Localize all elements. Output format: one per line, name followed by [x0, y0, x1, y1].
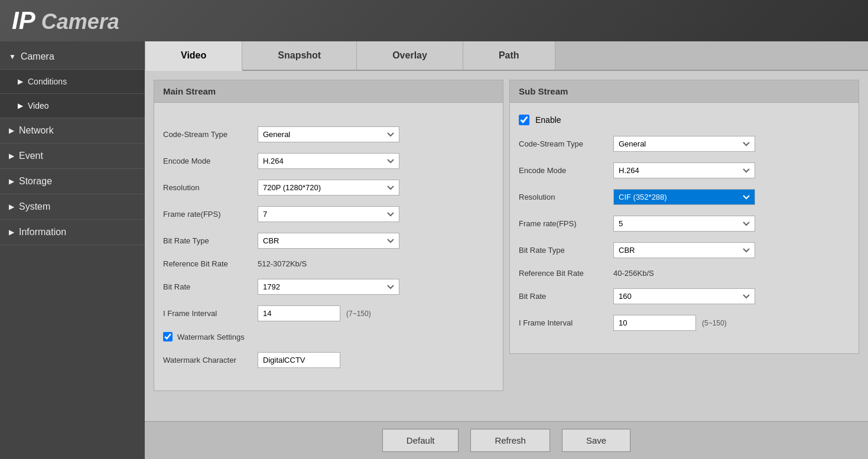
main-encode-mode-label: Encode Mode [163, 157, 258, 165]
watermark-settings-checkbox[interactable] [163, 332, 173, 341]
main-stream-panel: Main Stream Code-Stream Type General Mot… [154, 80, 503, 412]
title-ip: IP [12, 6, 35, 34]
main-code-stream-type-select[interactable]: General Motion Detect Alarm [258, 126, 399, 142]
main-bit-rate-type-label: Bit Rate Type [163, 236, 258, 245]
sub-code-stream-type-row: Code-Stream Type General Motion Detect A… [519, 136, 850, 152]
main-i-frame-label: I Frame Interval [163, 309, 258, 318]
sidebar-item-video-label: Video [28, 101, 49, 110]
main-resolution-row: Resolution 720P (1280*720) 1080P (1920*1… [163, 180, 494, 196]
sidebar-item-video[interactable]: ▶ Video [0, 94, 145, 118]
main-encode-mode-select[interactable]: H.264 H.265 MJPEG [258, 153, 399, 169]
sub-stream-enable-row: Enable [519, 115, 850, 125]
refresh-button[interactable]: Refresh [470, 429, 550, 452]
sub-stream-enable-checkbox[interactable] [519, 115, 529, 125]
main-frame-rate-label: Frame rate(FPS) [163, 210, 258, 219]
camera-arrow-icon: ▼ [9, 53, 16, 61]
sub-frame-rate-select[interactable]: 5 1 2 4 6 7 8 10 [613, 216, 755, 232]
title-camera: Camera [35, 9, 119, 34]
main-bit-rate-row: Bit Rate 1792 512 768 1024 1536 2048 307… [163, 279, 494, 295]
main-resolution-select[interactable]: 720P (1280*720) 1080P (1920*1080) D1 (70… [258, 180, 399, 196]
default-button[interactable]: Default [382, 429, 459, 452]
sub-ref-bit-rate-row: Reference Bit Rate 40-256Kb/S [519, 269, 850, 278]
main-bit-rate-select[interactable]: 1792 512 768 1024 1536 2048 3072 [258, 279, 399, 295]
storage-arrow-icon: ▶ [9, 177, 14, 185]
sidebar-item-information-label: Information [19, 227, 66, 237]
main-stream-title: Main Stream [163, 86, 216, 96]
sub-stream-body: Enable Code-Stream Type General Motion D… [509, 102, 859, 354]
main-ref-bit-rate-value: 512-3072Kb/S [258, 259, 307, 268]
sidebar-item-information[interactable]: ▶ Information [0, 220, 145, 245]
sub-bit-rate-label: Bit Rate [519, 292, 613, 301]
sub-stream-title: Sub Stream [519, 86, 568, 96]
sub-i-frame-label: I Frame Interval [519, 318, 613, 327]
sub-bit-rate-row: Bit Rate 160 40 64 96 128 256 [519, 288, 850, 304]
sub-bit-rate-type-control: CBR VBR [613, 242, 755, 258]
sub-resolution-select[interactable]: CIF (352*288) D1 (704*576) 720P (1280*72… [613, 189, 755, 205]
main-ref-bit-rate-row: Reference Bit Rate 512-3072Kb/S [163, 259, 494, 268]
network-arrow-icon: ▶ [9, 126, 14, 135]
sidebar-item-network[interactable]: ▶ Network [0, 118, 145, 144]
main-resolution-control: 720P (1280*720) 1080P (1920*1080) D1 (70… [258, 180, 399, 196]
tab-snapshot-label: Snapshot [278, 50, 321, 60]
sub-frame-rate-control: 5 1 2 4 6 7 8 10 [613, 216, 755, 232]
main-i-frame-row: I Frame Interval 14 (7~150) [163, 305, 494, 321]
sub-encode-mode-label: Encode Mode [519, 166, 613, 175]
sidebar-item-event-label: Event [19, 151, 43, 161]
header: IP Camera [0, 0, 868, 41]
watermark-settings-row: Watermark Settings [163, 332, 494, 341]
sidebar: ▼ Camera ▶ Conditions ▶ Video ▶ Network … [0, 41, 145, 459]
sub-bit-rate-select[interactable]: 160 40 64 96 128 256 [613, 288, 755, 304]
information-arrow-icon: ▶ [9, 228, 14, 236]
sub-resolution-label: Resolution [519, 193, 613, 201]
main-frame-rate-select[interactable]: 7 1 2 4 5 6 8 10 15 25 [258, 206, 399, 222]
save-button[interactable]: Save [562, 429, 630, 452]
main-code-stream-type-row: Code-Stream Type General Motion Detect A… [163, 126, 494, 142]
sidebar-item-system[interactable]: ▶ System [0, 194, 145, 220]
sidebar-item-camera-label: Camera [21, 51, 54, 62]
tab-video[interactable]: Video [145, 41, 242, 71]
tab-path[interactable]: Path [463, 41, 555, 70]
tab-bar: Video Snapshot Overlay Path [145, 41, 868, 71]
bottom-bar: Default Refresh Save [145, 421, 868, 459]
main-frame-rate-control: 7 1 2 4 5 6 8 10 15 25 [258, 206, 399, 222]
main-frame-rate-row: Frame rate(FPS) 7 1 2 4 5 6 8 10 [163, 206, 494, 222]
main-bit-rate-type-select[interactable]: CBR VBR [258, 233, 399, 249]
sub-i-frame-row: I Frame Interval 10 (5~150) [519, 315, 850, 331]
sub-frame-rate-row: Frame rate(FPS) 5 1 2 4 6 7 8 10 [519, 216, 850, 232]
sub-resolution-control: CIF (352*288) D1 (704*576) 720P (1280*72… [613, 189, 755, 205]
tab-snapshot[interactable]: Snapshot [242, 41, 357, 70]
tab-overlay-label: Overlay [392, 50, 427, 60]
sidebar-item-conditions[interactable]: ▶ Conditions [0, 70, 145, 94]
sub-bit-rate-type-row: Bit Rate Type CBR VBR [519, 242, 850, 258]
sub-i-frame-input[interactable]: 10 [613, 315, 696, 331]
sub-ref-bit-rate-value: 40-256Kb/S [613, 269, 654, 278]
sub-bit-rate-control: 160 40 64 96 128 256 [613, 288, 755, 304]
tab-video-label: Video [181, 50, 206, 60]
sidebar-item-event[interactable]: ▶ Event [0, 144, 145, 169]
main-code-stream-type-label: Code-Stream Type [163, 130, 258, 139]
sidebar-item-network-label: Network [19, 125, 54, 136]
main-layout: ▼ Camera ▶ Conditions ▶ Video ▶ Network … [0, 41, 868, 459]
main-resolution-label: Resolution [163, 183, 258, 192]
sidebar-item-storage[interactable]: ▶ Storage [0, 169, 145, 194]
sub-bit-rate-type-label: Bit Rate Type [519, 246, 613, 255]
sub-frame-rate-label: Frame rate(FPS) [519, 219, 613, 228]
main-i-frame-input[interactable]: 14 [258, 305, 340, 321]
sub-code-stream-type-control: General Motion Detect Alarm [613, 136, 755, 152]
content-area: Video Snapshot Overlay Path Main Stream [145, 41, 868, 459]
main-bit-rate-label: Bit Rate [163, 282, 258, 291]
tab-overlay[interactable]: Overlay [357, 41, 463, 70]
sub-encode-mode-select[interactable]: H.264 H.265 MJPEG [613, 162, 755, 178]
event-arrow-icon: ▶ [9, 152, 14, 160]
sidebar-item-camera[interactable]: ▼ Camera [0, 44, 145, 70]
watermark-character-input[interactable]: DigitalCCTV [258, 352, 340, 368]
main-bit-rate-type-control: CBR VBR [258, 233, 399, 249]
watermark-settings-label: Watermark Settings [177, 333, 245, 341]
sub-code-stream-type-select[interactable]: General Motion Detect Alarm [613, 136, 755, 152]
sub-ref-bit-rate-label: Reference Bit Rate [519, 269, 613, 278]
sub-resolution-row: Resolution CIF (352*288) D1 (704*576) 72… [519, 189, 850, 205]
sidebar-item-storage-label: Storage [19, 176, 52, 187]
form-area: Main Stream Code-Stream Type General Mot… [145, 71, 868, 421]
main-stream-header: Main Stream [154, 80, 503, 102]
sub-bit-rate-type-select[interactable]: CBR VBR [613, 242, 755, 258]
